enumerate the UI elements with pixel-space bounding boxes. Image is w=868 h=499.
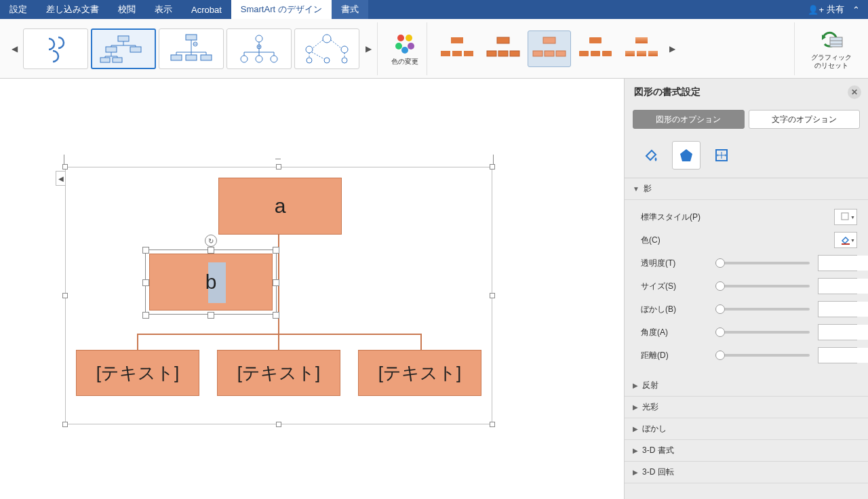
- fill-line-tab-icon[interactable]: [637, 141, 665, 169]
- chevron-down-icon: ▼: [850, 215, 855, 220]
- distance-input[interactable]: [818, 348, 868, 363]
- svg-rect-57: [487, 51, 496, 56]
- section-3d-rotation[interactable]: ▶ 3-D 回転: [625, 462, 868, 483]
- style-option-5[interactable]: [620, 31, 663, 67]
- svg-point-50: [408, 43, 414, 49]
- svg-rect-56: [497, 37, 509, 43]
- transparency-label: 透明度(T): [641, 258, 715, 269]
- svg-point-47: [397, 35, 404, 41]
- angle-input[interactable]: [818, 325, 868, 340]
- angle-slider[interactable]: [715, 331, 810, 334]
- style-next-arrow[interactable]: ▶: [666, 28, 678, 69]
- svg-marker-81: [725, 154, 726, 157]
- shadow-section-body: 標準スタイル(P) ▼ 色(C) ▼ 透明度(T) ▲▼: [625, 200, 868, 375]
- svg-rect-58: [498, 51, 508, 56]
- section-soft-edges[interactable]: ▶ ぼかし: [625, 418, 868, 440]
- menu-format[interactable]: 書式: [332, 0, 368, 19]
- style-gallery-group: ▶: [433, 22, 795, 75]
- angle-spinner[interactable]: ▲▼: [818, 324, 857, 340]
- svg-line-42: [313, 40, 323, 48]
- triangle-right-icon: ▶: [633, 468, 638, 476]
- shadow-color-dropdown[interactable]: ▼: [834, 232, 857, 248]
- svg-rect-3: [100, 58, 110, 62]
- svg-point-25: [256, 35, 262, 42]
- size-slider[interactable]: [715, 285, 810, 287]
- reset-group: グラフィックのリセット: [800, 22, 863, 75]
- blur-slider[interactable]: [715, 308, 810, 311]
- menu-review[interactable]: 校閲: [108, 0, 145, 19]
- svg-rect-82: [842, 213, 848, 220]
- svg-rect-52: [451, 37, 463, 43]
- org-node-child-2[interactable]: [テキスト]: [217, 350, 340, 396]
- style-option-3[interactable]: [528, 31, 571, 67]
- svg-rect-68: [635, 37, 648, 43]
- tab-shape-options[interactable]: 図形のオプション: [633, 110, 745, 129]
- reset-graphic-button[interactable]: グラフィックのリセット: [803, 28, 860, 70]
- blur-input[interactable]: [818, 302, 868, 317]
- menu-view[interactable]: 表示: [145, 0, 182, 19]
- svg-line-46: [312, 52, 324, 59]
- org-node-a[interactable]: a: [218, 178, 342, 235]
- svg-line-43: [331, 40, 341, 48]
- angle-label: 角度(A): [641, 327, 715, 338]
- menu-mailings[interactable]: 差し込み文書: [37, 0, 108, 19]
- svg-point-38: [341, 46, 348, 53]
- distance-spinner[interactable]: ▲▼: [818, 347, 857, 363]
- section-shadow[interactable]: ▼ 影: [625, 178, 868, 200]
- org-node-child-1[interactable]: [テキスト]: [76, 350, 199, 396]
- style-option-4[interactable]: [574, 31, 617, 67]
- ribbon: ◀ ▶ 色の変更: [0, 19, 868, 79]
- preset-icon: [840, 212, 851, 222]
- svg-point-41: [342, 58, 347, 63]
- text-pane-toggle[interactable]: ◀: [56, 171, 65, 186]
- chevron-down-icon: ▼: [850, 238, 855, 243]
- section-3d-format[interactable]: ▶ 3-D 書式: [625, 440, 868, 462]
- svg-rect-0: [118, 36, 129, 41]
- distance-label: 距離(D): [641, 350, 715, 361]
- panel-close-button[interactable]: ✕: [848, 85, 861, 99]
- style-option-2[interactable]: [481, 31, 525, 67]
- svg-rect-14: [171, 55, 182, 60]
- size-properties-tab-icon[interactable]: [707, 141, 736, 169]
- style-option-1[interactable]: [435, 31, 479, 67]
- rotation-handle[interactable]: ↻: [205, 235, 217, 247]
- svg-rect-1: [106, 47, 117, 52]
- change-colors-label: 色の変更: [391, 57, 418, 66]
- layout-option-3[interactable]: [159, 28, 224, 69]
- org-node-child-3[interactable]: [テキスト]: [358, 350, 481, 396]
- color-label: 色(C): [641, 235, 715, 246]
- blur-spinner[interactable]: ▲▼: [818, 301, 857, 317]
- menu-acrobat[interactable]: Acrobat: [182, 0, 231, 19]
- shadow-preset-dropdown[interactable]: ▼: [834, 209, 857, 225]
- share-button[interactable]: 👤+ 共有 ⌃: [800, 3, 868, 16]
- section-reflection[interactable]: ▶ 反射: [625, 375, 868, 397]
- layout-next-arrow[interactable]: ▶: [362, 28, 374, 69]
- triangle-right-icon: ▶: [633, 403, 638, 411]
- layout-option-1[interactable]: [23, 28, 88, 69]
- layout-option-4[interactable]: [226, 28, 292, 69]
- transparency-spinner[interactable]: ▲▼: [818, 255, 857, 271]
- smartart-frame[interactable]: ◀ a b ↻ [テキスト] [テキスト]: [65, 167, 492, 424]
- svg-rect-55: [464, 51, 473, 56]
- document-canvas[interactable]: ◀ a b ↻ [テキスト] [テキスト]: [0, 79, 624, 499]
- menu-smartart-design[interactable]: SmartArt のデザイン: [231, 0, 332, 19]
- effects-tab-icon[interactable]: [672, 141, 701, 169]
- layout-prev-arrow[interactable]: ◀: [8, 28, 20, 69]
- transparency-input[interactable]: [818, 256, 868, 271]
- svg-rect-69: [625, 51, 635, 56]
- svg-point-48: [406, 35, 412, 41]
- transparency-slider[interactable]: [715, 262, 810, 264]
- close-icon: ✕: [851, 87, 858, 97]
- section-glow[interactable]: ▶ 光彩: [625, 397, 868, 418]
- distance-slider[interactable]: [715, 354, 810, 357]
- tab-text-options[interactable]: 文字のオプション: [749, 110, 861, 129]
- size-input[interactable]: [818, 279, 868, 294]
- size-spinner[interactable]: ▲▼: [818, 278, 857, 294]
- menu-settings[interactable]: 設定: [0, 0, 37, 19]
- change-colors-button[interactable]: 色の変更: [386, 31, 424, 66]
- layout-option-5[interactable]: [294, 28, 359, 69]
- svg-rect-63: [556, 51, 566, 56]
- svg-marker-76: [680, 149, 692, 161]
- layout-option-2[interactable]: [91, 28, 156, 69]
- svg-marker-80: [717, 154, 718, 157]
